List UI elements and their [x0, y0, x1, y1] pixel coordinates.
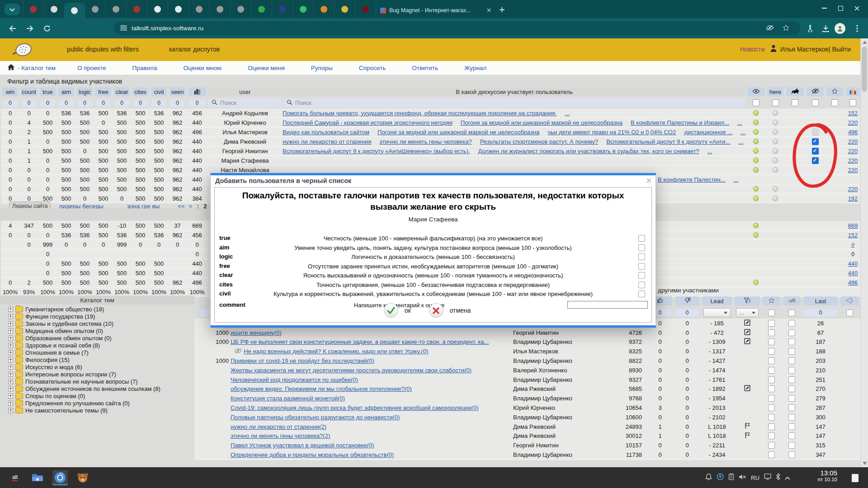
megaphone-chip[interactable] — [840, 296, 859, 305]
download-icon[interactable] — [819, 22, 832, 35]
pinned-tab[interactable] — [189, 0, 209, 18]
lead-filter-dropdown[interactable] — [703, 308, 731, 317]
participant-stats-link[interactable]: 220 — [848, 138, 858, 145]
window-maximize-button[interactable] — [835, 3, 846, 14]
discussion-link[interactable]: Погоня за модной или шикарной маркой не … — [377, 129, 539, 136]
volume-muted-icon[interactable] — [739, 474, 746, 482]
filter-checkbox[interactable] — [792, 99, 798, 106]
expand-icon[interactable] — [8, 386, 13, 391]
catalog-item-10[interactable]: Интересные вопросы истории (7) — [0, 371, 194, 378]
topic-star-checkbox[interactable] — [768, 385, 775, 392]
topic-star-checkbox[interactable] — [768, 357, 775, 364]
catalog-item-1[interactable]: Гуманитарное общество (18) — [0, 305, 194, 313]
dog-filter-checkbox[interactable] — [788, 310, 795, 316]
nav-item-3[interactable]: Оценки мною — [183, 65, 222, 71]
site-settings-icon[interactable] — [120, 25, 127, 32]
stat-column-free[interactable]: free — [95, 87, 111, 96]
topic-dog-checkbox[interactable] — [788, 320, 795, 327]
stat-column-clear[interactable]: clear — [114, 87, 130, 96]
participant-stats-link[interactable]: 496 — [848, 129, 858, 136]
stat-filter-input[interactable]: 0 — [40, 99, 55, 107]
topic-star-checkbox[interactable] — [768, 338, 775, 345]
discussion-link[interactable]: Вспомогательный диспут 9 к диспуту «Анти… — [283, 148, 470, 155]
expand-icon[interactable] — [8, 372, 13, 377]
discussion-link[interactable]: Результаты спортсменов растут. А почему? — [480, 138, 599, 145]
show-desktop-button[interactable] — [852, 473, 859, 482]
expand-icon[interactable] — [8, 408, 13, 413]
edit-icon[interactable] — [744, 385, 750, 393]
stat-filter-input[interactable]: 0 — [151, 99, 166, 107]
edit-icon[interactable] — [744, 319, 750, 327]
catalog-item-5[interactable]: Образование обмен опытом (0) — [0, 334, 194, 342]
catalog-disputes-link[interactable]: каталог диспутов — [169, 46, 220, 53]
topic-dog-checkbox[interactable] — [788, 329, 795, 336]
stat-filter-input[interactable]: 0 — [59, 99, 74, 107]
participant-stats-link[interactable]: 220 — [848, 186, 858, 192]
topic-dog-checkbox[interactable] — [788, 423, 795, 430]
ok-button[interactable]: ок — [405, 307, 411, 314]
catalog-item-7[interactable]: Отношения в семье (7) — [0, 349, 194, 356]
tab-close-icon[interactable] — [487, 7, 491, 14]
criterion-checkbox[interactable] — [638, 253, 645, 260]
topic-star-checkbox[interactable] — [768, 442, 775, 449]
scrollbar-thumb[interactable] — [862, 47, 867, 92]
criterion-checkbox[interactable] — [638, 272, 645, 279]
catalog-item-6[interactable]: Здоровье и познай себя (8) — [0, 342, 194, 349]
pinned-tab[interactable] — [209, 0, 230, 18]
topic-link[interactable]: Определение добра и пределы моральных об… — [231, 451, 394, 458]
discussion-link[interactable]: этично ли менять гены человека? — [379, 138, 472, 145]
participant-stats-link[interactable]: 220 — [848, 157, 858, 164]
stat-column-logic[interactable]: logic — [77, 87, 93, 96]
nav-item-8[interactable]: Журнал — [464, 65, 486, 71]
pinned-tab[interactable] — [313, 0, 334, 18]
dislike-chip[interactable] — [675, 296, 699, 305]
discussion-link[interactable]: нужно ли лекарство от старения — [283, 138, 371, 145]
catalog-item-2[interactable]: Функции государства (19) — [0, 313, 194, 320]
chromium-icon[interactable] — [52, 470, 68, 485]
star-chip[interactable] — [763, 296, 780, 305]
topic-dog-checkbox[interactable] — [788, 357, 795, 364]
page-scrollbar[interactable] — [860, 38, 868, 467]
topic-star-checkbox[interactable] — [768, 320, 775, 327]
pinned-tab[interactable] — [334, 0, 355, 18]
topic-link[interactable]: Половые партнеры обязательно разругаются… — [231, 414, 400, 421]
news-link[interactable]: Новости — [740, 46, 764, 53]
back-button[interactable] — [6, 22, 19, 35]
topic-dog-checkbox[interactable] — [788, 432, 795, 439]
eye-off-icon[interactable] — [766, 25, 774, 32]
filter-checkbox[interactable] — [753, 99, 760, 106]
discussion-link[interactable]: ... — [738, 138, 743, 145]
discussion-link[interactable]: В конфликте Палестины и Израил... — [631, 119, 729, 126]
expand-icon[interactable] — [8, 357, 13, 362]
catalog-item-12[interactable]: Обсуждение источников по внешним ссылкам… — [0, 385, 194, 392]
pinned-tab[interactable] — [272, 0, 292, 18]
filter-checkbox[interactable] — [772, 99, 779, 106]
forward-button[interactable] — [24, 22, 36, 35]
stat-filter-input[interactable]: 0 — [114, 99, 129, 107]
pinned-tab[interactable] — [105, 0, 126, 18]
topic-link[interactable]: этично ли менять гены человека?(2) — [231, 432, 330, 439]
lead-chip[interactable]: Lead — [702, 296, 732, 305]
stat-filter-input[interactable]: 0 — [21, 99, 37, 107]
browser-tab[interactable]: Bug Magnet - Интернет-магаз... — [376, 3, 495, 18]
pinned-tab[interactable] — [85, 0, 105, 18]
pinned-tab[interactable] — [230, 0, 251, 18]
expand-icon[interactable] — [8, 328, 13, 333]
discussion-link[interactable]: ... — [733, 176, 738, 183]
pinned-tab[interactable] — [292, 0, 313, 18]
expand-icon[interactable] — [8, 401, 13, 406]
topic-star-checkbox[interactable] — [768, 414, 775, 421]
star-chip[interactable] — [826, 87, 843, 96]
catalog-item-3[interactable]: Законы и судебная система (10) — [0, 320, 194, 327]
reload-button[interactable] — [41, 22, 53, 35]
stat-column-win[interactable]: win — [2, 87, 18, 96]
topic-link[interactable]: Covid-19: самоизоляция лишь групп риска … — [231, 404, 479, 411]
alt-launcher-icon[interactable]: alt — [7, 470, 23, 485]
window-minimize-button[interactable] — [818, 3, 830, 14]
topic-dog-checkbox[interactable] — [788, 385, 795, 392]
stat-filter-input[interactable]: 0 — [133, 99, 148, 107]
discussion-link[interactable]: В конфликте Палестин... — [658, 176, 725, 183]
catalog-item-14[interactable]: Предложения по улучшению сайта (0) — [0, 399, 194, 407]
expand-icon[interactable] — [8, 314, 13, 319]
stat-column-count[interactable]: count — [21, 87, 37, 96]
